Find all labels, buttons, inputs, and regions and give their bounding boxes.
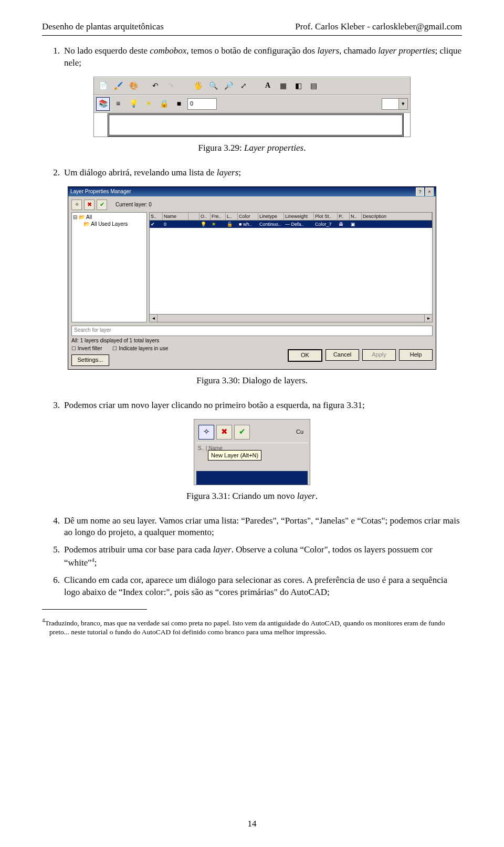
layer-row-0[interactable]: ✔ 0 💡 ☀ 🔓 ■ wh.. Continuo.. — Defa.. Col… xyxy=(150,221,432,228)
zoom-out-icon[interactable]: 🔎 xyxy=(222,79,235,93)
settings-button[interactable]: Settings... xyxy=(71,354,109,366)
figure-caption: Figura 3.29: Layer properties. xyxy=(42,142,462,154)
new-layer-button[interactable]: ✧ xyxy=(198,425,214,440)
col-lineweight[interactable]: Lineweight xyxy=(284,213,314,220)
toolbar-screenshot: 📄 🖌️ 🎨 ↶ ↷ 🖐️ 🔍 🔎 ⤢ A ▦ ◧ ▤ 📚 ≡ xyxy=(93,77,411,137)
ok-button[interactable]: OK xyxy=(288,349,322,362)
set-current-icon[interactable]: ✔ xyxy=(97,200,107,210)
mini-toolbar: ✧ ✖ ✔ Cu xyxy=(196,422,308,443)
header-rule xyxy=(42,35,462,36)
new-file-icon[interactable]: 📄 xyxy=(96,79,110,93)
color-swatch-icon[interactable]: ■ xyxy=(172,97,186,111)
list-number: 4. xyxy=(42,515,64,539)
hand-icon[interactable]: 🖐️ xyxy=(191,79,205,93)
brush-icon[interactable]: 🖌️ xyxy=(111,79,125,93)
footnote: 4Traduzindo, branco, mas que na verdade … xyxy=(42,616,462,637)
col-new[interactable]: N.. xyxy=(350,213,362,220)
chevron-down-icon: ▾ xyxy=(398,99,407,109)
dialog-split: ⊟ 📂 All 📂 All Used Layers S.. Name O.. F… xyxy=(71,212,433,322)
current-layer-label: Current layer: 0 xyxy=(116,201,152,208)
zoom-extents-icon[interactable]: ⤢ xyxy=(237,79,250,93)
list-number: 5. xyxy=(42,544,64,569)
drawing-area xyxy=(94,113,410,137)
delete-layer-icon[interactable]: ✖ xyxy=(84,200,94,210)
page: Desenho de plantas arquitetônicas Prof. … xyxy=(0,0,504,847)
list-item: 1. No lado esquerdo deste combobox, temo… xyxy=(42,45,462,69)
dialog-titlebar: Layer Properties Manager ? × xyxy=(68,187,436,196)
lock-icon[interactable]: 🔒 xyxy=(157,97,171,111)
search-input[interactable]: Search for layer xyxy=(71,326,433,336)
redo-icon[interactable]: ↷ xyxy=(164,79,177,93)
grid-empty xyxy=(150,228,432,314)
layer-combo-value: 0 xyxy=(190,100,193,108)
close-icon[interactable]: × xyxy=(425,187,434,196)
list-body: Podemos atribuir uma cor base para cada … xyxy=(64,544,462,569)
list-number: 6. xyxy=(42,574,64,599)
help-button[interactable]: Help xyxy=(399,349,433,361)
bulb-on-icon[interactable]: 💡 xyxy=(127,97,140,111)
selected-row-fragment xyxy=(196,471,308,485)
list-item: 5. Podemos atribuir uma cor base para ca… xyxy=(42,544,462,569)
page-number: 14 xyxy=(0,818,504,830)
undo-icon[interactable]: ↶ xyxy=(149,79,162,93)
col-name[interactable]: Name xyxy=(163,213,188,220)
col-sort[interactable] xyxy=(188,213,200,220)
figure-3-31: ✧ ✖ ✔ Cu S.. | Name New Layer (Alt+N) xyxy=(42,419,462,485)
col-plot[interactable]: P.. xyxy=(338,213,350,220)
layer-combo[interactable]: 0 xyxy=(187,98,217,110)
list-item: 6. Clicando em cada cor, aparece um diál… xyxy=(42,574,462,599)
list-body: Clicando em cada cor, aparece um diálogo… xyxy=(64,574,462,599)
header-right: Prof. Carlos Kleber - carloskleber@gmail… xyxy=(295,21,462,33)
list-body: No lado esquerdo deste combobox, temos o… xyxy=(64,45,462,69)
letter-icon[interactable]: A xyxy=(261,79,275,93)
new-layer-screenshot: ✧ ✖ ✔ Cu S.. | Name New Layer (Alt+N) xyxy=(194,419,310,485)
swatches-icon[interactable]: ▤ xyxy=(307,79,320,93)
palette-icon[interactable]: ◧ xyxy=(291,79,305,93)
col-plotstyle[interactable]: Plot St.. xyxy=(314,213,338,220)
list-number: 3. xyxy=(42,400,64,412)
col-desc[interactable]: Description xyxy=(362,213,432,220)
layer-states-icon[interactable]: ≡ xyxy=(111,97,125,111)
invert-filter-checkbox[interactable]: ☐ Invert filter xyxy=(71,345,102,352)
figure-3-30: Layer Properties Manager ? × ✧ ✖ ✔ Curre… xyxy=(42,186,462,370)
new-layer-icon[interactable]: ✧ xyxy=(71,200,82,210)
dialog-toolbar: ✧ ✖ ✔ Current layer: 0 xyxy=(71,200,433,210)
figure-caption: Figura 3.31: Criando um novo layer. xyxy=(42,490,462,503)
dialog-body: ✧ ✖ ✔ Current layer: 0 ⊟ 📂 All 📂 All Use… xyxy=(68,196,436,369)
indicate-layers-checkbox[interactable]: ☐ Indicate layers in use xyxy=(112,345,168,352)
list-body: Podemos criar um novo layer clicando no … xyxy=(64,400,462,412)
swatch-icon[interactable]: 🎨 xyxy=(127,79,140,93)
col-status[interactable]: S.. xyxy=(150,213,163,220)
figure-caption: Figura 3.30: Dialogo de layers. xyxy=(42,375,462,387)
col-linetype[interactable]: Linetype xyxy=(258,213,284,220)
horizontal-scrollbar[interactable]: ◂ ▸ xyxy=(150,314,432,322)
col-color[interactable]: Color xyxy=(238,213,258,220)
table-icon[interactable]: ▦ xyxy=(276,79,290,93)
tooltip-new-layer: New Layer (Alt+N) xyxy=(208,450,261,461)
dialog-title: Layer Properties Manager xyxy=(70,188,131,195)
dialog-buttons: OK Cancel Apply Help xyxy=(288,349,433,362)
list-body: Um diálogo abrirá, revelando uma lista d… xyxy=(64,167,462,179)
layer-grid: S.. Name O.. Fre.. L.. Color Linetype Li… xyxy=(149,212,433,322)
grid-header: S.. Name O.. Fre.. L.. Color Linetype Li… xyxy=(150,213,432,221)
set-current-icon[interactable]: ✔ xyxy=(234,425,250,440)
layer-combo-dd[interactable]: ▾ xyxy=(382,98,408,110)
zoom-in-icon[interactable]: 🔍 xyxy=(206,79,220,93)
col-lock[interactable]: L.. xyxy=(226,213,238,220)
layer-manager-dialog: Layer Properties Manager ? × ✧ ✖ ✔ Curre… xyxy=(68,186,436,370)
col-on[interactable]: O.. xyxy=(200,213,211,220)
sun-icon[interactable]: ☀ xyxy=(142,97,155,111)
list-item: 3. Podemos criar um novo layer clicando … xyxy=(42,400,462,412)
current-layer-fragment: Cu xyxy=(296,428,306,436)
footnote-rule xyxy=(42,609,147,610)
col-freeze[interactable]: Fre.. xyxy=(211,213,226,220)
list-number: 2. xyxy=(42,167,64,179)
layer-properties-button[interactable]: 📚 xyxy=(96,97,110,111)
apply-button[interactable]: Apply xyxy=(362,349,396,361)
header-left: Desenho de plantas arquitetônicas xyxy=(42,21,164,33)
help-icon[interactable]: ? xyxy=(416,187,424,196)
status-text: All: 1 layers displayed of 1 total layer… xyxy=(71,337,433,344)
filter-tree[interactable]: ⊟ 📂 All 📂 All Used Layers xyxy=(71,212,147,322)
cancel-button[interactable]: Cancel xyxy=(326,349,359,361)
delete-layer-icon[interactable]: ✖ xyxy=(216,425,232,440)
